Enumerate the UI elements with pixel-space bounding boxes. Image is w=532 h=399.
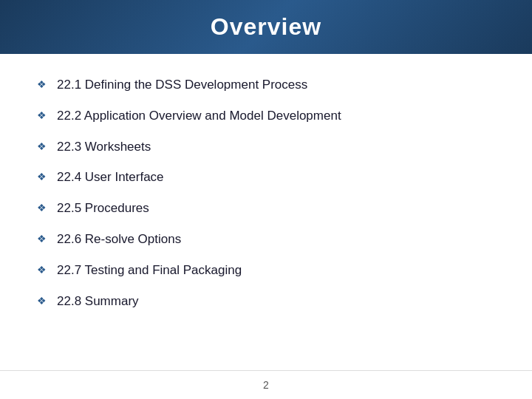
list-item: ❖22.2 Application Overview and Model Dev… [37,107,488,125]
bullet-list: ❖22.1 Defining the DSS Development Proce… [37,76,488,323]
bullet-text: 22.1 Defining the DSS Development Proces… [57,76,307,94]
list-item: ❖22.7 Testing and Final Packaging [37,262,488,279]
list-item: ❖22.4 User Interface [37,168,488,186]
bullet-icon: ❖ [37,140,47,152]
slide-container: Overview ❖22.1 Defining the DSS Developm… [0,0,532,399]
bullet-icon: ❖ [37,171,47,183]
bullet-icon: ❖ [37,78,47,90]
bullet-icon: ❖ [37,233,47,245]
list-item: ❖22.8 Summary [37,293,488,310]
list-item: ❖22.3 Worksheets [37,138,488,156]
bullet-icon: ❖ [37,264,47,276]
bullet-text: 22.7 Testing and Final Packaging [57,262,242,279]
bullet-text: 22.5 Procedures [57,200,149,217]
bullet-text: 22.6 Re-solve Options [57,231,181,248]
bullet-icon: ❖ [37,202,47,214]
list-item: ❖22.1 Defining the DSS Development Proce… [37,76,488,94]
bullet-icon: ❖ [37,295,47,307]
list-item: ❖22.5 Procedures [37,200,488,217]
slide-header: Overview [0,0,532,54]
bullet-text: 22.2 Application Overview and Model Deve… [57,107,341,125]
page-number: 2 [263,379,269,391]
bullet-icon: ❖ [37,109,47,121]
list-item: ❖22.6 Re-solve Options [37,231,488,248]
bullet-text: 22.4 User Interface [57,168,164,186]
slide-footer: 2 [0,370,532,399]
bullet-text: 22.8 Summary [57,293,139,310]
content-area: ❖22.1 Defining the DSS Development Proce… [0,54,532,370]
slide-title: Overview [211,13,321,40]
bullet-text: 22.3 Worksheets [57,138,151,156]
